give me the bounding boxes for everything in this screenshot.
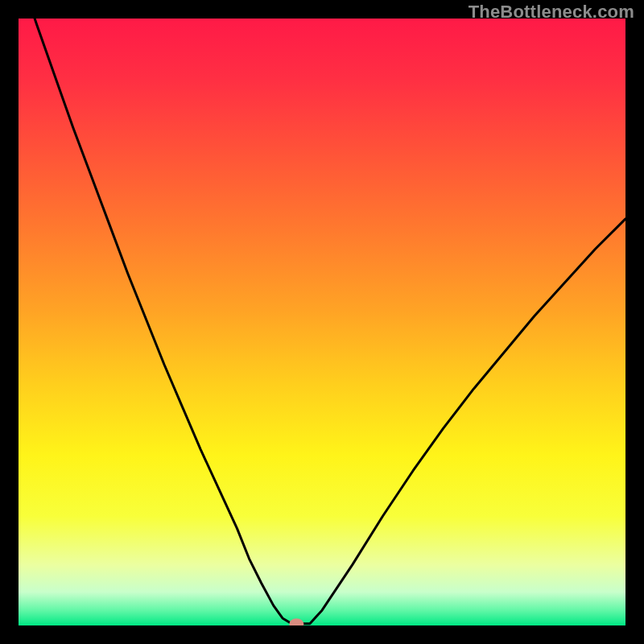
bottleneck-chart <box>19 19 625 625</box>
chart-frame: TheBottleneck.com <box>0 0 644 644</box>
gradient-bg <box>19 19 625 625</box>
